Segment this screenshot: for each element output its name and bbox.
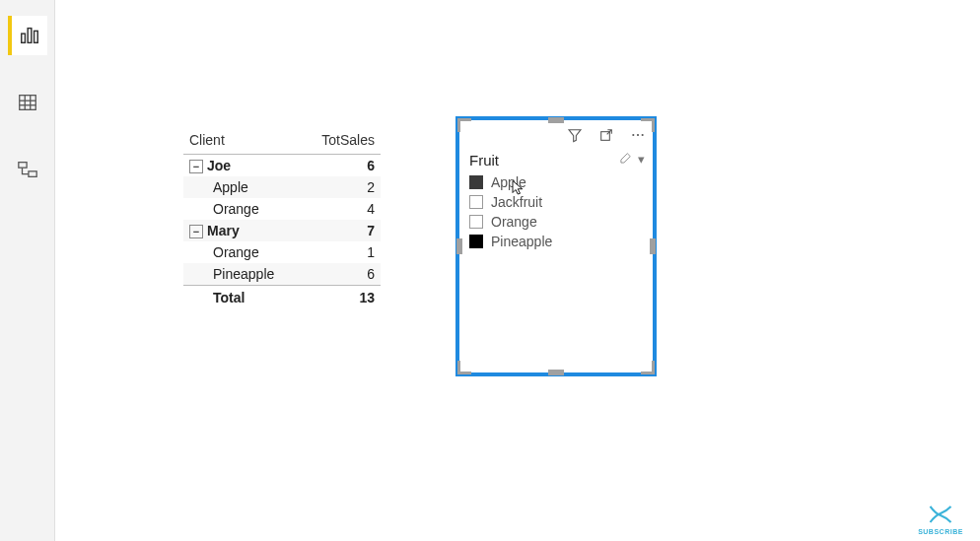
matrix-group-value: 6 bbox=[302, 155, 381, 176]
matrix-row[interactable]: Orange 1 bbox=[183, 241, 381, 263]
checkbox-unchecked-icon[interactable] bbox=[469, 215, 483, 229]
collapse-icon[interactable]: − bbox=[189, 160, 203, 173]
matrix-row[interactable]: Orange 4 bbox=[183, 198, 381, 220]
chevron-down-icon[interactable]: ▾ bbox=[638, 152, 645, 169]
subscribe-watermark: SUBSCRIBE bbox=[911, 505, 970, 535]
slicer-list: Apple Jackfruit Orange Pineapple bbox=[459, 172, 653, 251]
svg-point-12 bbox=[637, 134, 639, 136]
matrix-group-label: Mary bbox=[207, 223, 240, 238]
report-canvas[interactable]: Client TotSales −Joe 6 Apple 2 Orange 4 … bbox=[55, 0, 980, 541]
data-view-button[interactable] bbox=[8, 83, 47, 122]
slicer-item[interactable]: Pineapple bbox=[469, 232, 643, 251]
model-view-button[interactable] bbox=[8, 150, 47, 189]
matrix-header-totsales[interactable]: TotSales bbox=[302, 126, 381, 155]
checkbox-unchecked-icon[interactable] bbox=[469, 195, 483, 209]
slicer-item-label: Jackfruit bbox=[491, 194, 542, 210]
resize-handle[interactable] bbox=[641, 361, 655, 374]
table-icon bbox=[17, 92, 38, 113]
collapse-icon[interactable]: − bbox=[189, 225, 203, 238]
svg-rect-2 bbox=[34, 31, 37, 42]
svg-rect-8 bbox=[18, 163, 26, 169]
dna-icon bbox=[927, 505, 954, 526]
slicer-item[interactable]: Apple bbox=[469, 172, 643, 192]
svg-rect-3 bbox=[19, 96, 35, 110]
resize-handle[interactable] bbox=[457, 361, 471, 374]
matrix-group-row[interactable]: −Mary 7 bbox=[183, 220, 381, 241]
resize-handle[interactable] bbox=[641, 118, 655, 132]
resize-handle[interactable] bbox=[457, 118, 471, 132]
matrix-cell-value: 1 bbox=[302, 241, 381, 263]
focus-mode-icon[interactable] bbox=[597, 126, 615, 144]
svg-point-11 bbox=[632, 134, 634, 136]
resize-handle[interactable] bbox=[548, 117, 564, 123]
relationship-icon bbox=[17, 159, 38, 180]
matrix-cell-label: Orange bbox=[183, 241, 302, 263]
view-switcher bbox=[0, 0, 55, 541]
slicer-item-label: Pineapple bbox=[491, 234, 552, 249]
matrix-cell-value: 6 bbox=[302, 263, 381, 286]
svg-rect-9 bbox=[28, 171, 35, 177]
resize-handle[interactable] bbox=[548, 370, 564, 375]
matrix-row[interactable]: Apple 2 bbox=[183, 176, 381, 198]
matrix-visual[interactable]: Client TotSales −Joe 6 Apple 2 Orange 4 … bbox=[183, 126, 381, 308]
matrix-cell-label: Orange bbox=[183, 198, 302, 220]
matrix-group-row[interactable]: −Joe 6 bbox=[183, 155, 381, 176]
eraser-icon[interactable] bbox=[618, 152, 632, 169]
slicer-item[interactable]: Orange bbox=[469, 212, 643, 232]
matrix-group-label: Joe bbox=[207, 158, 231, 173]
filter-icon[interactable] bbox=[566, 126, 584, 144]
slicer-visual[interactable]: Fruit ▾ Apple Jackfruit Orange bbox=[455, 116, 657, 376]
slicer-item[interactable]: Jackfruit bbox=[469, 192, 643, 212]
checkbox-checked-icon[interactable] bbox=[469, 175, 483, 189]
subscribe-label: SUBSCRIBE bbox=[918, 528, 963, 535]
visual-header bbox=[459, 120, 653, 150]
matrix-cell-value: 4 bbox=[302, 198, 381, 220]
matrix-total-label: Total bbox=[183, 286, 302, 309]
matrix-cell-label: Apple bbox=[183, 176, 302, 198]
svg-rect-1 bbox=[28, 29, 32, 43]
svg-rect-0 bbox=[21, 34, 25, 42]
matrix-total-value: 13 bbox=[302, 286, 381, 309]
slicer-title: Fruit bbox=[469, 152, 499, 169]
bar-chart-icon bbox=[19, 25, 40, 46]
resize-handle[interactable] bbox=[650, 238, 656, 254]
report-view-button[interactable] bbox=[8, 16, 47, 55]
svg-point-13 bbox=[642, 134, 644, 136]
matrix-total-row: Total 13 bbox=[183, 286, 381, 309]
resize-handle[interactable] bbox=[456, 238, 462, 254]
matrix-cell-label: Pineapple bbox=[183, 263, 302, 286]
checkbox-checked-icon[interactable] bbox=[469, 235, 483, 248]
slicer-item-label: Apple bbox=[491, 174, 526, 190]
matrix-header-client[interactable]: Client bbox=[183, 126, 302, 155]
matrix-cell-value: 2 bbox=[302, 176, 381, 198]
slicer-header-row: Fruit ▾ bbox=[459, 150, 653, 172]
slicer-item-label: Orange bbox=[491, 214, 537, 230]
matrix-row[interactable]: Pineapple 6 bbox=[183, 263, 381, 286]
matrix-group-value: 7 bbox=[302, 220, 381, 241]
